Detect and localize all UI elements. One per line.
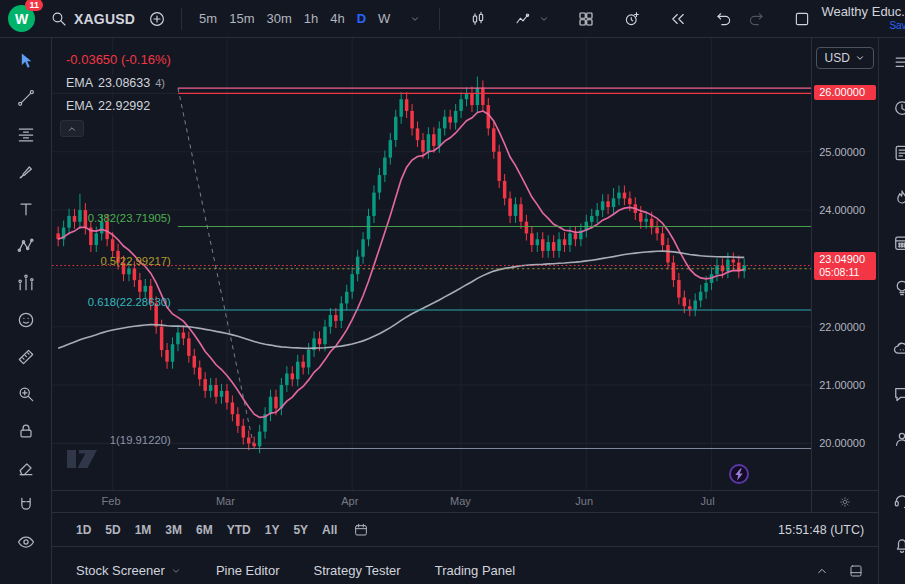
tab-label: Pine Editor: [216, 563, 280, 578]
tab-trading-panel[interactable]: Trading Panel: [435, 563, 515, 578]
economic-calendar-button[interactable]: [884, 226, 905, 260]
price-axis[interactable]: USD 26.0000025.0000024.0000023.0490005:0…: [811, 38, 878, 490]
ema-label: EMA: [66, 76, 93, 90]
restore-panel-icon[interactable]: [848, 563, 864, 579]
tab-label: Stock Screener: [76, 563, 165, 578]
pattern-tool[interactable]: [9, 229, 43, 262]
interval-1h[interactable]: 1h: [298, 6, 324, 32]
utc-clock[interactable]: 15:51:48 (UTC): [778, 523, 864, 537]
range-button-group: 1D5D1M3M6MYTD1Y5YAll: [70, 520, 343, 540]
price-label-26.00000: 26.00000: [814, 85, 876, 100]
minds-button[interactable]: [884, 332, 905, 366]
range-3M[interactable]: 3M: [159, 520, 188, 540]
tab-pine-editor[interactable]: Pine Editor: [216, 563, 280, 578]
text-icon: [16, 199, 36, 219]
chevron-down-icon: [538, 13, 550, 25]
support-button[interactable]: [884, 483, 905, 517]
interval-30m[interactable]: 30m: [260, 6, 297, 32]
news-button[interactable]: [884, 136, 905, 170]
fib-retracement-tool[interactable]: [9, 118, 43, 151]
range-1M[interactable]: 1M: [129, 520, 158, 540]
forecast-tool[interactable]: [9, 266, 43, 299]
save-layout-link[interactable]: Save: [889, 19, 905, 32]
cursor-tool[interactable]: [9, 44, 43, 77]
streams-button[interactable]: [884, 422, 905, 456]
hotlists-button[interactable]: [884, 181, 905, 215]
go-to-date-icon[interactable]: [353, 522, 369, 538]
indicators-button[interactable]: [511, 5, 553, 33]
gear-icon[interactable]: [838, 495, 852, 509]
range-5Y[interactable]: 5Y: [287, 520, 314, 540]
toolbar-divider: [439, 8, 440, 30]
open-panel-chevron-icon[interactable]: [814, 563, 830, 579]
eye-icon: [16, 532, 36, 552]
emoji-tool[interactable]: [9, 303, 43, 336]
tab-strategy-tester[interactable]: Strategy Tester: [313, 563, 400, 578]
range-6M[interactable]: 6M: [190, 520, 219, 540]
currency-toggle-button[interactable]: USD: [816, 47, 874, 69]
month-label-Jul: Jul: [701, 495, 715, 507]
multichart-layout-button[interactable]: [573, 5, 599, 33]
alerts-button[interactable]: [884, 91, 905, 125]
price-label-22.00000: 22.00000: [819, 320, 865, 334]
range-5D[interactable]: 5D: [99, 520, 126, 540]
lock-all-tool[interactable]: [9, 414, 43, 447]
bar-replay-button[interactable]: [665, 5, 691, 33]
interval-5m[interactable]: 5m: [193, 6, 223, 32]
chevron-down-icon: [409, 13, 421, 25]
interval-15m[interactable]: 15m: [223, 6, 260, 32]
price-change-text: -0.03650 (-0.16%): [66, 52, 171, 67]
notification-count-badge: 11: [25, 0, 43, 11]
compare-add-symbol-button[interactable]: [144, 5, 170, 33]
interval-W[interactable]: W: [372, 6, 396, 32]
interval-D[interactable]: D: [351, 6, 372, 32]
measure-tool[interactable]: [9, 340, 43, 373]
right-sidebar: [878, 38, 905, 584]
text-tool[interactable]: [9, 192, 43, 225]
layout-select-button[interactable]: [789, 5, 815, 33]
news-icon: [892, 143, 905, 163]
redo-button[interactable]: [743, 5, 769, 33]
interval-4h[interactable]: 4h: [324, 6, 350, 32]
undo-button[interactable]: [711, 5, 737, 33]
price-label-24.00000: 24.00000: [819, 203, 865, 217]
chart-plot[interactable]: 0.382(23.71905)0.5(22.99217)0.618(22.286…: [52, 38, 811, 490]
zoom-in-tool[interactable]: [9, 377, 43, 410]
svg-text:0.618(22.28630): 0.618(22.28630): [88, 296, 171, 308]
zoom-icon: [16, 384, 36, 404]
eraser-tool[interactable]: [9, 451, 43, 484]
date-range-bar: 1D5D1M3M6MYTD1Y5YAll 15:51:48 (UTC): [52, 512, 878, 546]
toolbar-divider: [181, 8, 182, 30]
range-YTD[interactable]: YTD: [221, 520, 257, 540]
bell-icon: [892, 535, 905, 555]
cursor-icon: [16, 51, 36, 71]
app-logo[interactable]: W 11: [8, 5, 35, 32]
magnet-tool[interactable]: [9, 488, 43, 521]
range-All[interactable]: All: [316, 520, 343, 540]
chevron-up-icon: [66, 123, 78, 135]
tab-stock-screener[interactable]: Stock Screener: [76, 563, 182, 578]
range-1D[interactable]: 1D: [70, 520, 97, 540]
brush-tool[interactable]: [9, 155, 43, 188]
interval-group: 5m15m30m1h4hDW: [193, 6, 396, 32]
flame-icon: [892, 188, 905, 208]
hide-drawings-tool[interactable]: [9, 525, 43, 558]
legend-collapse-button[interactable]: [60, 120, 84, 137]
watchlist-button[interactable]: [884, 46, 905, 80]
trend-line-tool[interactable]: [9, 81, 43, 114]
lock-icon: [16, 421, 36, 441]
notifications-button[interactable]: [884, 528, 905, 562]
ema-label: EMA: [66, 99, 93, 113]
chart-style-button[interactable]: [465, 5, 491, 33]
replay-rewind-icon: [669, 10, 687, 28]
symbol-search-button[interactable]: XAGUSD: [47, 5, 138, 33]
layout-name[interactable]: Wealthy Educ...: [821, 5, 905, 18]
bulb-icon: [892, 278, 905, 298]
create-alert-button[interactable]: [619, 5, 645, 33]
chat-button[interactable]: [884, 377, 905, 411]
range-1Y[interactable]: 1Y: [259, 520, 286, 540]
time-axis[interactable]: FebMarAprMayJunJul: [52, 490, 811, 512]
smiley-icon: [16, 310, 36, 330]
interval-menu-button[interactable]: [402, 5, 428, 33]
ideas-button[interactable]: [884, 271, 905, 305]
